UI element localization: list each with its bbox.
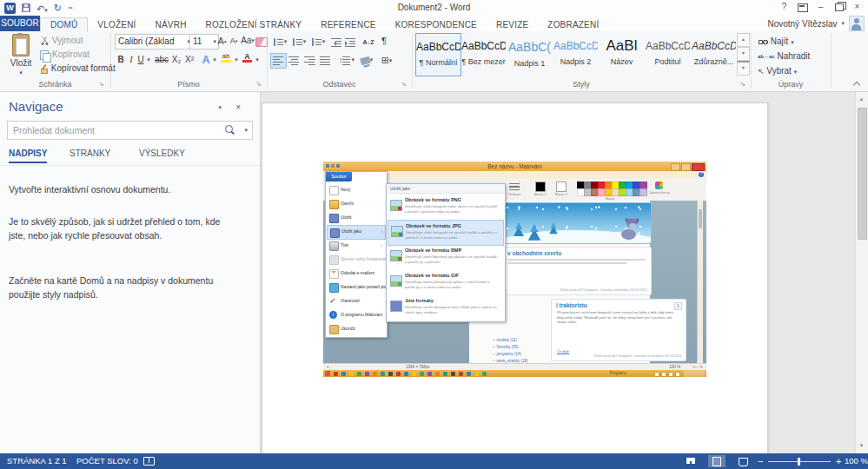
paragraph-dialog-launcher-icon[interactable]: ⇘ [401,81,408,88]
justify-button[interactable] [318,53,333,67]
zoom-in-button[interactable]: + [836,453,841,469]
zoom-out-button[interactable]: − [758,453,763,469]
tab-headings[interactable]: NADPISY [9,149,47,163]
clear-formatting-button[interactable] [255,35,268,49]
web-layout-button[interactable] [734,455,752,467]
tab-page-layout[interactable]: ROZLOŽENÍ STRÁNKY [196,17,312,32]
avatar[interactable] [849,16,865,31]
pane-options-button[interactable]: ▾ [218,102,222,112]
restore-button[interactable] [832,0,846,14]
read-mode-button[interactable] [682,455,699,467]
tab-home[interactable]: DOMŮ [40,17,88,32]
tab-pages[interactable]: STRÁNKY [70,149,110,162]
borders-button[interactable]: ⊞▾ [377,53,396,67]
close-button[interactable]: × [850,0,865,14]
undo-button[interactable]: ↶▾ [36,0,48,16]
scroll-up-button[interactable]: ▲ [856,93,867,106]
style-title[interactable]: AaBlNázev [600,33,644,75]
word-logo-icon[interactable]: W [4,3,16,14]
document-scrollbar[interactable]: ▲ ▼ [855,92,868,453]
align-center-button[interactable] [287,53,301,67]
styles-scroll-up-button[interactable]: ▴ [737,33,750,47]
document-search-box[interactable]: ▾ [7,121,253,140]
styles-scroll-down-button[interactable]: ▾ [737,47,750,61]
word-count[interactable]: POČET SLOV: 0 [76,453,138,469]
tab-review[interactable]: REVIZE [487,17,538,32]
clipboard-dialog-launcher-icon[interactable]: ⇘ [99,81,106,88]
find-button[interactable]: Najít ▾ [758,35,794,48]
format-painter-button[interactable]: Kopírovat formát [40,63,116,75]
subscript-button[interactable]: X₂ [170,53,182,67]
zoom-slider-thumb[interactable] [798,458,800,466]
ribbon-display-options-button[interactable] [795,0,810,14]
text-effects-options-button[interactable]: ▾ [211,53,218,67]
select-button[interactable]: ↖ Vybrat ▾ [758,64,797,77]
style-emphasis[interactable]: AaBbCcDcZdůrazně... [692,33,736,75]
align-left-button[interactable] [270,53,287,69]
style-no-spacing[interactable]: AaBbCcDc¶ Bez mezer [461,33,506,75]
tab-results[interactable]: VÝSLEDKY [139,149,185,162]
replace-button[interactable]: Nahradit [758,50,810,63]
line-spacing-button[interactable]: ↕▾ [337,53,356,67]
highlight-options-button[interactable]: ▾ [233,53,240,67]
minimize-button[interactable]: – [813,0,828,14]
strikethrough-button[interactable]: abc [154,53,169,67]
numbering-button[interactable]: ▾ [290,35,308,49]
document-page[interactable]: Bez názvu - Malování ? Velikost Barva 1 … [262,102,768,453]
show-hide-paragraph-button[interactable]: ¶ [379,34,389,48]
collapse-ribbon-button[interactable] [854,80,863,89]
font-color-options-button[interactable]: ▾ [254,53,261,67]
bold-button[interactable]: B [116,53,126,67]
decrease-indent-button[interactable] [330,35,343,49]
page-indicator[interactable]: STRÁNKA 1 Z 1 [7,453,67,469]
multilevel-list-button[interactable]: ▾ [309,35,327,49]
superscript-button[interactable]: X² [183,53,195,67]
tab-view[interactable]: ZOBRAZENÍ [538,17,608,32]
cut-button[interactable]: Vyjmout [40,35,83,47]
font-dialog-launcher-icon[interactable]: ⇘ [256,81,263,88]
tab-references[interactable]: REFERENCE [311,17,385,32]
paste-button[interactable]: Vložit ▾ [3,33,38,79]
shading-button[interactable]: ▾ [358,53,375,67]
zoom-level[interactable]: 100 % [845,453,868,469]
bullets-button[interactable]: ▾ [271,35,288,49]
embedded-screenshot-image[interactable]: Bez názvu - Malování ? Velikost Barva 1 … [323,162,706,377]
scroll-down-button[interactable]: ▼ [856,439,867,452]
zoom-slider[interactable] [768,461,831,462]
underline-button[interactable]: U [136,53,145,67]
font-name-combobox[interactable]: Calibri (Základ▾ [115,34,193,50]
tab-insert[interactable]: VLOŽENÍ [88,17,145,32]
sort-button[interactable] [361,35,375,49]
search-options-caret-icon[interactable]: ▾ [244,127,248,134]
shrink-font-button[interactable]: A▾ [229,34,239,48]
tab-design[interactable]: NÁVRH [146,17,196,32]
styles-more-button[interactable]: ▾ [737,61,750,76]
save-icon[interactable] [22,3,30,12]
customize-qat-icon[interactable]: ≂ [68,4,73,11]
change-case-button[interactable]: Aa▾ [241,34,255,48]
font-color-button[interactable]: A [242,53,253,67]
proofing-status-icon[interactable] [143,453,155,469]
print-layout-button[interactable] [708,455,726,467]
text-effects-button[interactable]: A [201,53,211,67]
font-size-combobox[interactable]: 11▾ [189,34,219,50]
highlight-button[interactable]: ab [220,53,232,67]
scrollbar-thumb[interactable] [858,108,867,240]
styles-dialog-launcher-icon[interactable]: ⇘ [740,81,747,88]
style-subtitle[interactable]: AaBbCcDPodtitul [646,33,690,75]
style-heading2[interactable]: AaBbCcDNadpis 2 [553,33,598,75]
grow-font-button[interactable]: A▴ [216,34,228,48]
tab-file[interactable]: SOUBOR [0,16,40,31]
italic-button[interactable]: I [127,53,136,67]
align-right-button[interactable] [302,53,317,67]
increase-indent-button[interactable] [344,35,357,49]
redo-button[interactable]: ↻ [54,2,62,14]
tab-mailings[interactable]: KORESPONDENCE [386,17,487,32]
style-normal[interactable]: AaBbCcDc¶ Normální [415,33,461,76]
help-button[interactable]: ? [777,0,792,14]
underline-options-button[interactable]: ▾ [145,53,152,67]
account-area[interactable]: Novotný Vítězslav ▾ [767,16,865,31]
close-pane-button[interactable]: × [235,102,241,112]
search-icon[interactable] [225,125,233,133]
style-heading1[interactable]: AaBbC(Nadpis 1 [507,33,552,75]
